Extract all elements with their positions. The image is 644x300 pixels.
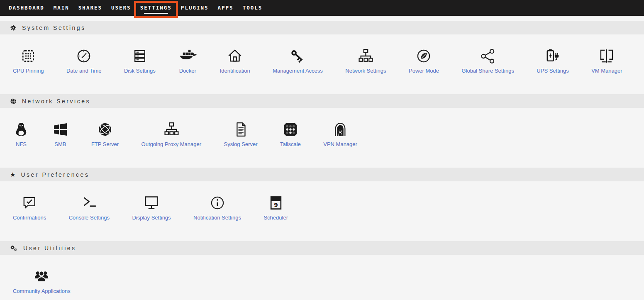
settings-item-identification[interactable]: Identification [220, 47, 250, 74]
house-icon [220, 47, 250, 64]
settings-item-ftp-server[interactable]: FTP Server [91, 120, 119, 147]
settings-item-global-share-settings[interactable]: Global Share Settings [461, 47, 514, 74]
users-group-icon [13, 267, 71, 285]
info-circle-icon [193, 194, 241, 211]
nav-item-plugins[interactable]: PLUGINS [176, 0, 213, 16]
settings-item-ups-settings[interactable]: UPS Settings [537, 47, 568, 74]
settings-item-vpn-manager[interactable]: VPN Manager [323, 120, 357, 147]
leaf-circle-icon [409, 47, 439, 64]
tailscale-icon [280, 120, 301, 138]
section-title: System Settings [22, 24, 86, 31]
active-tab-underline [144, 13, 168, 14]
calendar-day-number: 9 [274, 202, 278, 208]
nav-gap [0, 16, 644, 21]
settings-item-console-settings[interactable]: Console Settings [69, 194, 110, 221]
tux-penguin-icon [13, 120, 29, 138]
settings-item-notification-settings[interactable]: Notification Settings [193, 194, 241, 221]
settings-item-smb[interactable]: SMB [52, 120, 68, 147]
section-body-system-settings: CPU Pinning Date and Time Disk Settings [0, 34, 644, 94]
calendar-icon: 9 [263, 194, 288, 211]
nav-item-tools[interactable]: TOOLS [238, 0, 267, 16]
nav-item-shares[interactable]: SHARES [74, 0, 107, 16]
vm-brackets-icon [591, 47, 622, 64]
file-lines-icon [224, 120, 258, 138]
settings-item-docker[interactable]: Docker [178, 47, 197, 74]
nav-item-settings[interactable]: SETTINGS [136, 0, 176, 16]
windows-icon [52, 120, 68, 138]
section-header-user-utilities: User Utilities [0, 241, 644, 255]
section-title: User Utilities [23, 245, 76, 251]
battery-plug-icon [537, 47, 568, 64]
nav-item-users[interactable]: USERS [107, 0, 136, 16]
settings-item-outgoing-proxy-manager[interactable]: Outgoing Proxy Manager [141, 120, 202, 147]
share-nodes-icon [461, 47, 514, 64]
nav-item-dashboard[interactable]: DASHBOARD [4, 0, 49, 16]
nav-item-apps[interactable]: APPS [213, 0, 238, 16]
settings-item-display-settings[interactable]: Display Settings [132, 194, 171, 221]
key-icon [273, 47, 323, 64]
section-header-system-settings: System Settings [0, 21, 644, 34]
microchip-icon [13, 47, 44, 64]
sitemap-icon [141, 120, 202, 138]
section-title: User Preferences [21, 171, 89, 178]
monitor-icon [132, 194, 171, 211]
server-stack-icon [124, 47, 156, 64]
globe-icon [10, 98, 17, 105]
settings-item-cpu-pinning[interactable]: CPU Pinning [13, 47, 44, 74]
clock-icon [66, 47, 102, 64]
section-body-network-services: NFS SMB FTP Server [0, 108, 644, 168]
section-header-user-preferences: ★ User Preferences [0, 168, 644, 181]
globe-wireframe-icon [91, 120, 119, 138]
terminal-icon [69, 194, 110, 211]
settings-item-syslog-server[interactable]: Syslog Server [224, 120, 258, 147]
section-body-user-preferences: Confirmations Console Settings Display S… [0, 181, 644, 241]
star-icon: ★ [10, 171, 15, 178]
vpn-hood-icon [323, 120, 357, 138]
docker-whale-icon [178, 47, 197, 64]
section-header-network-services: Network Services [0, 94, 644, 108]
sitemap-icon [345, 47, 386, 64]
settings-item-confirmations[interactable]: Confirmations [13, 194, 46, 221]
nav-item-main[interactable]: MAIN [49, 0, 74, 16]
section-title: Network Services [22, 98, 90, 105]
settings-item-disk-settings[interactable]: Disk Settings [124, 47, 156, 74]
settings-item-tailscale[interactable]: Tailscale [280, 120, 301, 147]
settings-item-date-and-time[interactable]: Date and Time [66, 47, 102, 74]
settings-item-nfs[interactable]: NFS [13, 120, 29, 147]
section-body-user-utilities: Community Applications [0, 255, 644, 299]
settings-item-network-settings[interactable]: Network Settings [345, 47, 386, 74]
settings-item-scheduler[interactable]: 9 Scheduler [263, 194, 288, 221]
settings-item-management-access[interactable]: Management Access [273, 47, 323, 74]
gear-icon [10, 24, 17, 31]
top-nav: DASHBOARD MAIN SHARES USERS SETTINGS PLU… [0, 0, 644, 16]
settings-item-vm-manager[interactable]: VM Manager [591, 47, 622, 74]
settings-item-community-applications[interactable]: Community Applications [13, 267, 71, 294]
comment-check-icon [13, 194, 46, 211]
settings-item-power-mode[interactable]: Power Mode [409, 47, 439, 74]
gears-icon [10, 245, 18, 251]
